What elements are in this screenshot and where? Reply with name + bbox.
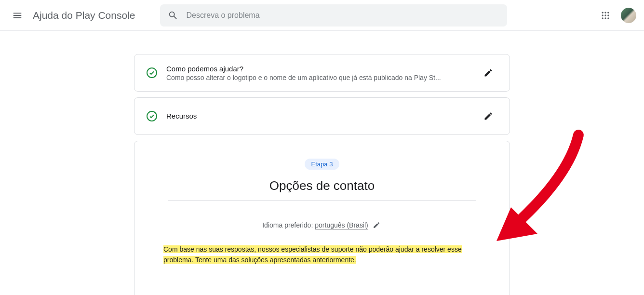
search-box[interactable] [160, 4, 507, 27]
pencil-icon [483, 111, 493, 121]
svg-point-10 [147, 111, 157, 121]
app-title: Ajuda do Play Console [33, 10, 135, 21]
lang-edit-button[interactable] [371, 220, 382, 230]
step-chip: Etapa 3 [305, 159, 340, 170]
support-unavailable-message: Com base nas suas respostas, nossos espe… [163, 244, 481, 266]
main-menu-button[interactable] [8, 6, 27, 25]
svg-point-7 [604, 17, 606, 19]
search-icon [168, 10, 178, 21]
svg-point-1 [604, 12, 606, 13]
step2-summary-card: Recursos [134, 97, 510, 135]
svg-point-0 [602, 12, 604, 13]
step1-summary-card: Como podemos ajudar? Como posso alterar … [134, 54, 510, 92]
step1-text: Como podemos ajudar? Como posso alterar … [166, 65, 470, 81]
lang-value-link[interactable]: português (Brasil) [315, 221, 368, 229]
svg-point-8 [607, 17, 609, 19]
step1-edit-button[interactable] [479, 63, 498, 82]
step3-card: Etapa 3 Opções de contato Idioma preferi… [134, 141, 510, 295]
step2-text: Recursos [166, 112, 470, 121]
svg-point-5 [607, 14, 609, 16]
search-input[interactable] [186, 11, 499, 20]
svg-point-9 [147, 68, 157, 78]
check-circle-icon [146, 67, 158, 79]
svg-point-6 [602, 17, 604, 19]
header-right [596, 6, 636, 25]
google-apps-button[interactable] [596, 6, 615, 25]
highlighted-text: Com base nas suas respostas, nossos espe… [163, 245, 462, 264]
header: Ajuda do Play Console [0, 0, 644, 31]
divider [168, 200, 476, 201]
svg-point-2 [607, 12, 609, 13]
check-circle-icon [146, 110, 158, 122]
apps-grid-icon [601, 11, 610, 20]
hamburger-icon [12, 10, 23, 21]
preferred-language-row: Idioma preferido: português (Brasil) [262, 220, 382, 230]
pencil-icon [483, 68, 493, 78]
step3-heading: Opções de contato [269, 178, 375, 193]
step1-subtitle: Como posso alterar o logotipo e o nome d… [166, 74, 470, 81]
svg-point-4 [604, 14, 606, 16]
step2-title: Recursos [166, 112, 470, 120]
main-content: Como podemos ajudar? Como posso alterar … [0, 31, 644, 295]
svg-point-3 [602, 14, 604, 16]
lang-label: Idioma preferido: [262, 221, 313, 229]
pencil-icon [373, 221, 380, 229]
account-avatar[interactable] [621, 8, 636, 23]
step1-title: Como podemos ajudar? [166, 65, 470, 73]
step2-edit-button[interactable] [479, 107, 498, 126]
